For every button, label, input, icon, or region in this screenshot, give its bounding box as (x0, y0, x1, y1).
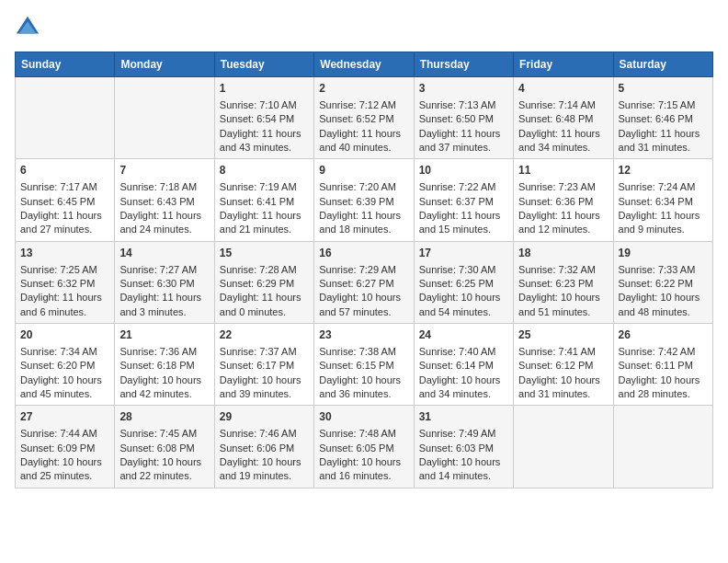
sunset-text: Sunset: 6:17 PM (220, 360, 294, 371)
sunset-text: Sunset: 6:20 PM (20, 360, 95, 371)
sunrise-text: Sunrise: 7:30 AM (419, 264, 496, 275)
day-number: 30 (319, 409, 408, 425)
logo (15, 15, 44, 40)
sunrise-text: Sunrise: 7:15 AM (619, 99, 696, 110)
sunset-text: Sunset: 6:29 PM (220, 278, 294, 289)
header-wednesday: Wednesday (314, 52, 414, 77)
sunrise-text: Sunrise: 7:12 AM (319, 99, 396, 110)
daylight-text: Daylight: 11 hours and 12 minutes. (518, 210, 600, 235)
sunset-text: Sunset: 6:45 PM (20, 196, 95, 207)
daylight-text: Daylight: 11 hours and 31 minutes. (619, 128, 700, 153)
calendar-cell: 24Sunrise: 7:40 AMSunset: 6:14 PMDayligh… (414, 324, 513, 406)
daylight-text: Daylight: 10 hours and 36 minutes. (319, 374, 401, 399)
day-number: 22 (220, 327, 309, 343)
day-number: 21 (119, 327, 209, 343)
header-monday: Monday (115, 52, 214, 77)
calendar-cell: 31Sunrise: 7:49 AMSunset: 6:03 PMDayligh… (414, 406, 513, 488)
sunrise-text: Sunrise: 7:27 AM (119, 264, 197, 275)
day-number: 14 (119, 246, 209, 261)
daylight-text: Daylight: 10 hours and 54 minutes. (419, 292, 501, 316)
day-number: 26 (619, 327, 708, 343)
daylight-text: Daylight: 10 hours and 57 minutes. (319, 292, 401, 316)
calendar-cell (514, 406, 613, 488)
sunrise-text: Sunrise: 7:22 AM (419, 181, 496, 192)
daylight-text: Daylight: 10 hours and 19 minutes. (220, 456, 301, 481)
calendar-header-row: SundayMondayTuesdayWednesdayThursdayFrid… (16, 52, 713, 77)
daylight-text: Daylight: 11 hours and 6 minutes. (20, 292, 102, 316)
sunset-text: Sunset: 6:39 PM (319, 196, 393, 207)
sunrise-text: Sunrise: 7:17 AM (20, 181, 97, 192)
day-number: 20 (20, 327, 109, 343)
daylight-text: Daylight: 10 hours and 48 minutes. (619, 292, 700, 316)
sunset-text: Sunset: 6:30 PM (119, 278, 194, 289)
sunrise-text: Sunrise: 7:42 AM (619, 346, 696, 357)
day-number: 6 (20, 163, 109, 178)
sunrise-text: Sunrise: 7:23 AM (518, 181, 596, 192)
daylight-text: Daylight: 11 hours and 3 minutes. (119, 292, 201, 316)
calendar-cell: 27Sunrise: 7:44 AMSunset: 6:09 PMDayligh… (16, 406, 115, 488)
daylight-text: Daylight: 10 hours and 28 minutes. (619, 374, 700, 399)
day-number: 2 (319, 81, 408, 97)
calendar-cell: 3Sunrise: 7:13 AMSunset: 6:50 PMDaylight… (414, 77, 513, 159)
daylight-text: Daylight: 10 hours and 25 minutes. (20, 456, 102, 481)
sunset-text: Sunset: 6:34 PM (619, 196, 693, 207)
sunset-text: Sunset: 6:08 PM (119, 442, 194, 454)
sunrise-text: Sunrise: 7:48 AM (319, 428, 396, 439)
day-number: 24 (419, 327, 508, 343)
header-thursday: Thursday (414, 52, 513, 77)
calendar-cell (115, 77, 214, 159)
calendar-cell: 9Sunrise: 7:20 AMSunset: 6:39 PMDaylight… (314, 159, 414, 241)
sunrise-text: Sunrise: 7:24 AM (619, 181, 696, 192)
sunrise-text: Sunrise: 7:13 AM (419, 99, 496, 110)
calendar-cell: 21Sunrise: 7:36 AMSunset: 6:18 PMDayligh… (115, 324, 214, 406)
sunrise-text: Sunrise: 7:38 AM (319, 346, 396, 357)
sunset-text: Sunset: 6:48 PM (518, 113, 593, 124)
day-number: 28 (119, 409, 209, 425)
sunset-text: Sunset: 6:05 PM (319, 442, 393, 454)
day-number: 18 (518, 246, 608, 261)
daylight-text: Daylight: 11 hours and 24 minutes. (119, 210, 201, 235)
day-number: 13 (20, 246, 109, 261)
calendar-week-1: 1Sunrise: 7:10 AMSunset: 6:54 PMDaylight… (16, 77, 713, 159)
sunset-text: Sunset: 6:46 PM (619, 113, 693, 124)
sunrise-text: Sunrise: 7:28 AM (220, 264, 297, 275)
day-number: 3 (419, 81, 508, 97)
daylight-text: Daylight: 10 hours and 34 minutes. (419, 374, 501, 399)
sunset-text: Sunset: 6:50 PM (419, 113, 494, 124)
day-number: 29 (220, 409, 309, 425)
sunrise-text: Sunrise: 7:29 AM (319, 264, 396, 275)
sunset-text: Sunset: 6:14 PM (419, 360, 494, 371)
day-number: 10 (419, 163, 508, 178)
day-number: 17 (419, 246, 508, 261)
calendar-cell: 8Sunrise: 7:19 AMSunset: 6:41 PMDaylight… (214, 159, 313, 241)
sunset-text: Sunset: 6:43 PM (119, 196, 194, 207)
day-number: 15 (220, 246, 309, 261)
daylight-text: Daylight: 10 hours and 16 minutes. (319, 456, 401, 481)
sunset-text: Sunset: 6:09 PM (20, 442, 95, 454)
calendar-cell: 16Sunrise: 7:29 AMSunset: 6:27 PMDayligh… (314, 241, 414, 323)
calendar-cell: 2Sunrise: 7:12 AMSunset: 6:52 PMDaylight… (314, 77, 414, 159)
daylight-text: Daylight: 10 hours and 14 minutes. (419, 456, 501, 481)
daylight-text: Daylight: 11 hours and 34 minutes. (518, 128, 600, 153)
daylight-text: Daylight: 10 hours and 45 minutes. (20, 374, 102, 399)
day-number: 23 (319, 327, 408, 343)
calendar-cell: 11Sunrise: 7:23 AMSunset: 6:36 PMDayligh… (514, 159, 613, 241)
daylight-text: Daylight: 11 hours and 43 minutes. (220, 128, 301, 153)
sunrise-text: Sunrise: 7:33 AM (619, 264, 696, 275)
day-number: 5 (619, 81, 708, 97)
calendar-cell: 1Sunrise: 7:10 AMSunset: 6:54 PMDaylight… (214, 77, 313, 159)
daylight-text: Daylight: 10 hours and 51 minutes. (518, 292, 600, 316)
daylight-text: Daylight: 10 hours and 31 minutes. (518, 374, 600, 399)
calendar-cell: 18Sunrise: 7:32 AMSunset: 6:23 PMDayligh… (514, 241, 613, 323)
sunset-text: Sunset: 6:27 PM (319, 278, 393, 289)
calendar-cell: 26Sunrise: 7:42 AMSunset: 6:11 PMDayligh… (613, 324, 712, 406)
day-number: 1 (220, 81, 309, 97)
header-tuesday: Tuesday (214, 52, 313, 77)
daylight-text: Daylight: 10 hours and 39 minutes. (220, 374, 301, 399)
sunrise-text: Sunrise: 7:25 AM (20, 264, 97, 275)
sunset-text: Sunset: 6:25 PM (419, 278, 494, 289)
calendar-cell: 5Sunrise: 7:15 AMSunset: 6:46 PMDaylight… (613, 77, 712, 159)
sunrise-text: Sunrise: 7:20 AM (319, 181, 396, 192)
sunrise-text: Sunrise: 7:45 AM (119, 428, 197, 439)
daylight-text: Daylight: 11 hours and 40 minutes. (319, 128, 401, 153)
